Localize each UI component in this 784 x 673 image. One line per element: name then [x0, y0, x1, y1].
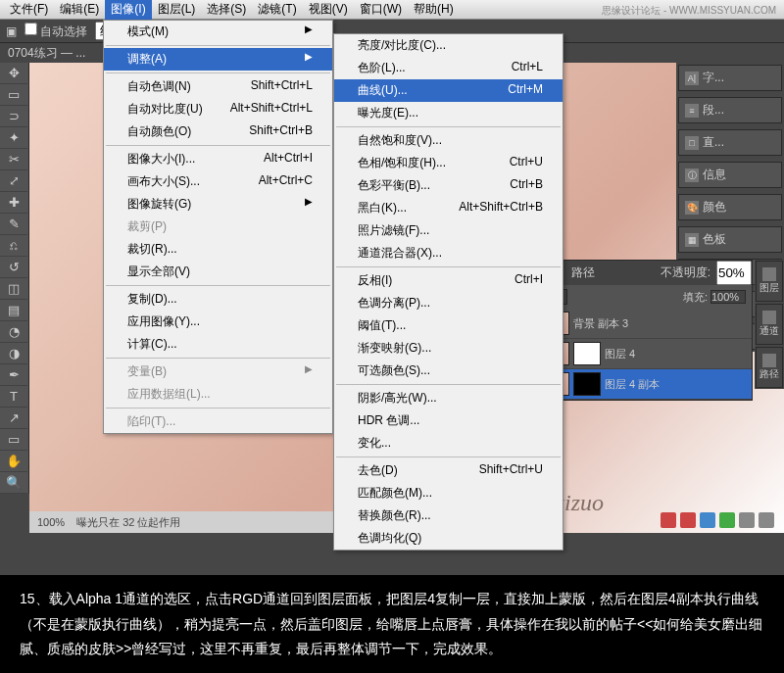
menu-5[interactable]: 滤镜(T): [252, 0, 302, 20]
menu-item[interactable]: 照片滤镜(F)...: [334, 219, 563, 242]
healing-tool[interactable]: ✚: [0, 192, 27, 214]
menu-6[interactable]: 视图(V): [303, 0, 354, 20]
menu-item[interactable]: 黑白(K)...Alt+Shift+Ctrl+B: [334, 197, 563, 219]
crop-tool[interactable]: ✂: [0, 149, 27, 170]
menu-item: 应用数据组(L)...: [104, 383, 332, 406]
menu-7[interactable]: 窗口(W): [354, 0, 408, 20]
tutorial-caption: 15、载入Alpha 1通道的选区，点击RGD通道回到图层面板，把图层4复制一层…: [0, 575, 784, 673]
mask-thumbnail[interactable]: [573, 342, 601, 365]
watermark-top: 思缘设计论坛 - WWW.MISSYUAN.COM: [602, 4, 776, 18]
marquee-tool[interactable]: ▭: [0, 84, 27, 106]
menu-item[interactable]: 曝光度(E)...: [334, 102, 563, 124]
menu-item[interactable]: 应用图像(Y)...: [104, 311, 332, 333]
hand-tool[interactable]: ✋: [0, 451, 27, 472]
menu-4[interactable]: 选择(S): [201, 0, 252, 20]
image-menu-dropdown: 模式(M)▶调整(A)▶自动色调(N)Shift+Ctrl+L自动对比度(U)A…: [103, 20, 333, 434]
menu-item[interactable]: 阴影/高光(W)...: [334, 387, 563, 409]
menu-item[interactable]: 模式(M)▶: [104, 21, 332, 43]
menu-item[interactable]: 自动色调(N)Shift+Ctrl+L: [104, 75, 332, 98]
layer-name[interactable]: 图层 4 副本: [605, 377, 748, 392]
history-brush-tool[interactable]: ↺: [0, 257, 27, 278]
panel-chip[interactable]: 🎨颜色: [678, 194, 782, 220]
menu-item[interactable]: HDR 色调...: [334, 409, 563, 432]
tray-icon[interactable]: [680, 512, 696, 528]
layer-name[interactable]: 背景 副本 3: [573, 316, 748, 331]
menu-item[interactable]: 变化...: [334, 432, 563, 455]
menu-item[interactable]: 显示全部(V): [104, 261, 332, 283]
auto-select-checkbox[interactable]: 自动选择: [24, 23, 87, 40]
pen-tool[interactable]: ✒: [0, 364, 27, 386]
menu-item[interactable]: 去色(D)Shift+Ctrl+U: [334, 459, 563, 482]
panel-chip[interactable]: ⓘ信息: [678, 162, 782, 188]
mask-thumbnail[interactable]: [573, 372, 601, 396]
menu-item: 变量(B)▶: [104, 361, 332, 383]
menu-item[interactable]: 阈值(T)...: [334, 314, 563, 337]
move-tool-indicator: ▣: [6, 24, 17, 38]
menu-item[interactable]: 图像旋转(G)▶: [104, 193, 332, 216]
path-tool[interactable]: ↗: [0, 408, 27, 429]
panel-chip[interactable]: □直...: [678, 129, 782, 156]
menu-item[interactable]: 亮度/对比度(C)...: [334, 34, 563, 57]
menu-8[interactable]: 帮助(H): [408, 0, 460, 20]
menu-item[interactable]: 曲线(U)...Ctrl+M: [334, 79, 563, 102]
menu-item[interactable]: 图像大小(I)...Alt+Ctrl+I: [104, 148, 332, 170]
type-tool[interactable]: T: [0, 386, 27, 408]
taskbar-tray: [661, 512, 774, 528]
menu-3[interactable]: 图层(L): [152, 0, 202, 20]
move-tool[interactable]: ✥: [0, 63, 27, 84]
brush-tool[interactable]: ✎: [0, 214, 27, 235]
menu-item[interactable]: 自然饱和度(V)...: [334, 129, 563, 152]
tray-icon[interactable]: [739, 512, 755, 528]
adjustments-submenu: 亮度/对比度(C)...色阶(L)...Ctrl+L曲线(U)...Ctrl+M…: [333, 33, 564, 551]
menu-item[interactable]: 反相(I)Ctrl+I: [334, 269, 563, 292]
stamp-tool[interactable]: ⎌: [0, 235, 27, 257]
paths-tab[interactable]: 路径: [562, 261, 605, 285]
status-note: 曝光只在 32 位起作用: [76, 515, 180, 530]
menu-item: 陷印(T)...: [104, 410, 332, 433]
lasso-tool[interactable]: ⊃: [0, 106, 27, 127]
menu-0[interactable]: 文件(F): [4, 0, 54, 20]
menu-item[interactable]: 调整(A)▶: [104, 48, 332, 71]
menu-item[interactable]: 色彩平衡(B)...Ctrl+B: [334, 174, 563, 197]
menu-item[interactable]: 色阶(L)...Ctrl+L: [334, 57, 563, 79]
tray-icon[interactable]: [700, 512, 715, 528]
strip-路径[interactable]: 路径: [756, 347, 783, 388]
menu-item[interactable]: 色调分离(P)...: [334, 292, 563, 314]
menu-item[interactable]: 渐变映射(G)...: [334, 337, 563, 360]
menu-item[interactable]: 色调均化(Q): [334, 527, 563, 550]
panel-chip[interactable]: ▦色板: [678, 226, 782, 253]
fill-label: 填充:: [683, 291, 708, 303]
strip-通道[interactable]: 通道: [756, 304, 783, 345]
tray-icon[interactable]: [759, 512, 774, 528]
tray-icon[interactable]: [719, 512, 735, 528]
zoom-level[interactable]: 100%: [37, 516, 65, 528]
menu-item[interactable]: 画布大小(S)...Alt+Ctrl+C: [104, 170, 332, 193]
menu-item[interactable]: 自动对比度(U)Alt+Shift+Ctrl+L: [104, 98, 332, 120]
panel-chip[interactable]: A|字...: [678, 65, 782, 91]
menu-2[interactable]: 图像(I): [105, 0, 151, 20]
dodge-tool[interactable]: ◑: [0, 343, 27, 364]
wand-tool[interactable]: ✦: [0, 127, 27, 149]
blur-tool[interactable]: ◔: [0, 321, 27, 343]
menu-item[interactable]: 复制(D)...: [104, 288, 332, 311]
eyedropper-tool[interactable]: ⤢: [0, 170, 27, 192]
eraser-tool[interactable]: ◫: [0, 278, 27, 300]
menu-item[interactable]: 替换颜色(R)...: [334, 505, 563, 527]
menu-item[interactable]: 自动颜色(O)Shift+Ctrl+B: [104, 120, 332, 143]
tray-icon[interactable]: [661, 512, 676, 528]
menu-1[interactable]: 编辑(E): [54, 0, 105, 20]
menu-item[interactable]: 计算(C)...: [104, 333, 332, 356]
menu-item[interactable]: 可选颜色(S)...: [334, 360, 563, 382]
menu-item[interactable]: 通道混合器(X)...: [334, 242, 563, 264]
menu-item[interactable]: 色相/饱和度(H)...Ctrl+U: [334, 152, 563, 174]
strip-图层[interactable]: 图层: [756, 261, 783, 302]
layer-name[interactable]: 图层 4: [605, 347, 748, 361]
opacity-input[interactable]: [716, 261, 752, 285]
menu-item[interactable]: 裁切(R)...: [104, 238, 332, 261]
gradient-tool[interactable]: ▤: [0, 300, 27, 321]
menu-item[interactable]: 匹配颜色(M)...: [334, 482, 563, 505]
panel-chip[interactable]: ≡段...: [678, 97, 782, 123]
shape-tool[interactable]: ▭: [0, 429, 27, 451]
fill-input[interactable]: [710, 290, 746, 304]
zoom-tool[interactable]: 🔍: [0, 472, 27, 494]
